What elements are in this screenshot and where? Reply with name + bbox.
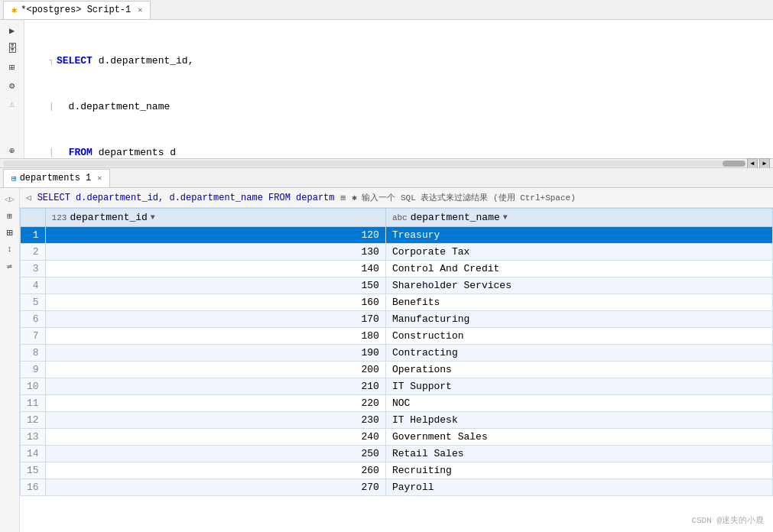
dept-id-cell: 190 [45,345,385,362]
row-num-cell: 8 [21,345,46,362]
sort-icon-name[interactable]: ▼ [503,213,508,222]
dept-name-cell: Benefits [385,294,772,311]
table-row[interactable]: 4 150 Shareholder Services [21,277,773,294]
table-row[interactable]: 14 250 Retail Sales [21,446,773,462]
row-num-cell: 11 [21,395,46,412]
col-name-name: department_name [411,212,500,223]
dept-id-cell: 170 [45,311,385,328]
expand-results-icon[interactable]: ⊞ [341,193,346,203]
dept-name-cell: Corporate Tax [385,244,772,261]
dept-name-cell: Manufacturing [385,311,772,328]
dept-name-cell: Construction [385,328,772,345]
dept-id-cell: 130 [45,244,385,261]
scroll-track[interactable] [3,161,745,167]
editor-scrollbar[interactable]: ◀ ▶ [0,158,773,167]
row-num-cell: 13 [21,429,46,446]
sidebar-db-icon[interactable]: 🗄 [5,41,20,57]
dept-id-cell: 180 [45,328,385,345]
row-num-cell: 14 [21,446,46,462]
results-body: ◁▷ ⊞ ⊞ ↕ ⇌ ◁ SELECT d.department_id, d.d… [0,188,773,532]
table-row[interactable]: 13 240 Government Sales [21,429,773,446]
table-row[interactable]: 16 270 Payroll [21,479,773,496]
row-num-cell: 16 [21,479,46,496]
code-area: ┐SELECT d.department_id, │ d.department_… [49,23,767,158]
row-num-cell: 2 [21,244,46,261]
watermark: CSDN @迷失的小鹿 [691,514,764,526]
dept-name-cell: Operations [385,362,772,378]
table-row[interactable]: 12 230 IT Helpdesk [21,412,773,429]
table-row[interactable]: 10 210 IT Support [21,378,773,395]
editor-sidebar: ▶ 🗄 ⊞ ⚙ ⚠ ⊕ [0,20,24,158]
dept-name-cell: Payroll [385,479,772,496]
results-tab-db-icon: ⊞ [11,174,17,183]
dept-id-cell: 240 [45,429,385,446]
dept-id-cell: 120 [45,227,385,244]
results-tab-label: departments 1 [20,173,92,183]
tab-close-icon[interactable]: ✕ [138,5,142,15]
results-sidebar-icon5[interactable]: ⇌ [2,258,18,274]
table-row[interactable]: 8 190 Contracting [21,345,773,362]
dept-id-cell: 140 [45,261,385,277]
table-row[interactable]: 6 170 Manufacturing [21,311,773,328]
results-sidebar-icon3[interactable]: ⊞ [2,225,18,240]
filter-hint[interactable]: ✱ 输入一个 SQL 表达式来过滤结果 (使用 Ctrl+Space) [352,192,576,203]
col-name-id: department_id [70,212,147,223]
scroll-right-btn[interactable]: ▶ [759,158,770,169]
row-num-cell: 7 [21,328,46,345]
table-row[interactable]: 7 180 Construction [21,328,773,345]
dept-id-cell: 220 [45,395,385,412]
col-header-department-id[interactable]: 123 department_id ▼ [45,209,385,227]
code-line-2: │ d.department_name [49,99,767,115]
results-sidebar-icon1[interactable]: ◁▷ [2,191,18,206]
sidebar-run-icon[interactable]: ▶ [5,23,20,38]
row-num-cell: 15 [21,462,46,479]
results-sidebar-icon2[interactable]: ⊞ [2,208,18,223]
table-row[interactable]: 15 260 Recruiting [21,462,773,479]
table-row[interactable]: 3 140 Control And Credit [21,261,773,277]
app-container: ✱ *<postgres> Script-1 ✕ ▶ 🗄 ⊞ ⚙ ⚠ ⊕ ┐SE… [0,0,773,532]
sort-icon-id[interactable]: ▼ [151,213,155,222]
dept-id-cell: 200 [45,362,385,378]
table-row[interactable]: 11 220 NOC [21,395,773,412]
table-row[interactable]: 5 160 Benefits [21,294,773,311]
dept-id-cell: 250 [45,446,385,462]
sidebar-settings-icon[interactable]: ⚙ [5,78,20,93]
row-num-cell: 3 [21,261,46,277]
results-sidebar: ◁▷ ⊞ ⊞ ↕ ⇌ [0,188,20,532]
table-row[interactable]: 2 130 Corporate Tax [21,244,773,261]
editor-tab-bar: ✱ *<postgres> Script-1 ✕ [0,0,773,20]
sidebar-warning-icon[interactable]: ⚠ [5,96,20,112]
row-num-cell: 9 [21,362,46,378]
dept-name-cell: Government Sales [385,429,772,446]
editor-content[interactable]: ┐SELECT d.department_id, │ d.department_… [24,20,773,158]
results-tab-close-icon[interactable]: ✕ [97,174,102,183]
sql-arrow-icon: ◁ [26,193,31,203]
results-area: ⊞ departments 1 ✕ ◁▷ ⊞ ⊞ ↕ ⇌ ◁ SELECT d.… [0,168,773,532]
dept-name-cell: Contracting [385,345,772,362]
row-num-cell: 12 [21,412,46,429]
dept-name-cell: Shareholder Services [385,277,772,294]
results-tab[interactable]: ⊞ departments 1 ✕ [3,169,110,187]
editor-body: ▶ 🗄 ⊞ ⚙ ⚠ ⊕ ┐SELECT d.department_id, │ d… [0,20,773,158]
table-row[interactable]: 1 120 Treasury [21,227,773,244]
scroll-thumb[interactable] [723,161,745,167]
results-sidebar-icon4[interactable]: ↕ [2,242,18,257]
editor-tab-label: *<postgres> Script-1 [21,5,131,15]
row-num-cell: 4 [21,277,46,294]
col-header-department-name[interactable]: abc department_name ▼ [385,209,772,227]
row-num-header [21,209,46,227]
row-num-cell: 10 [21,378,46,395]
dept-id-cell: 260 [45,462,385,479]
data-table: 123 department_id ▼ abc department_name [20,208,773,496]
table-row[interactable]: 9 200 Operations [21,362,773,378]
scroll-left-btn[interactable]: ◀ [747,158,758,169]
sidebar-table-icon[interactable]: ⊞ [5,60,20,75]
tab-modified-icon: ✱ [11,5,17,16]
dept-name-cell: Treasury [385,227,772,244]
sql-preview-text: SELECT d.department_id, d.department_nam… [37,193,335,203]
dept-id-cell: 210 [45,378,385,395]
data-table-container[interactable]: 123 department_id ▼ abc department_name [20,208,773,532]
editor-tab[interactable]: ✱ *<postgres> Script-1 ✕ [3,1,151,19]
sidebar-expand-icon[interactable]: ⊕ [5,143,20,158]
table-header-row: 123 department_id ▼ abc department_name [21,209,773,227]
